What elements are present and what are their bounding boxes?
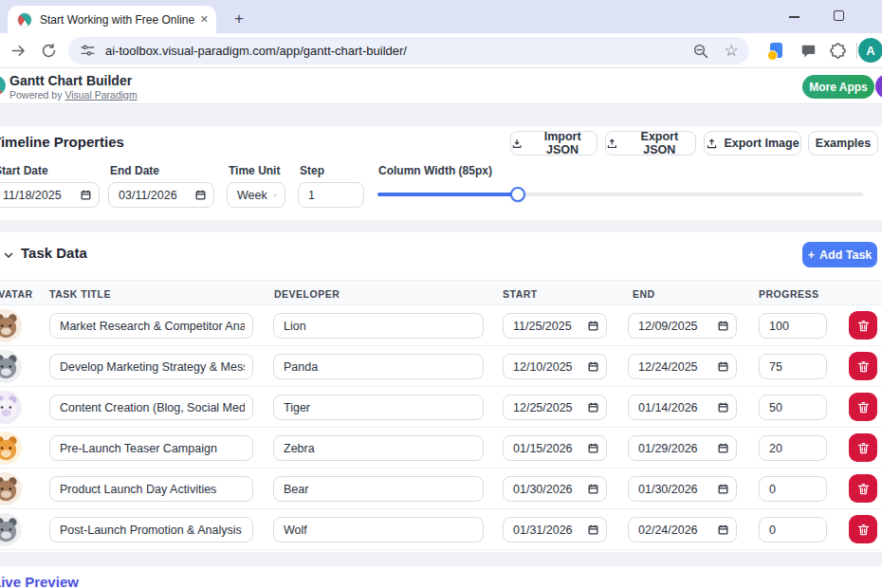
forward-icon[interactable] <box>9 42 28 60</box>
calendar-icon[interactable] <box>717 483 729 495</box>
browser-profile-avatar[interactable]: A <box>858 38 882 63</box>
visual-paradigm-favicon <box>17 12 32 28</box>
progress-input[interactable] <box>759 313 827 339</box>
col-task-title: TASK TITLE <box>49 288 111 300</box>
progress-input[interactable] <box>759 476 827 502</box>
end-date-label: End Date <box>110 164 159 177</box>
delete-task-button[interactable] <box>849 474 877 503</box>
window-minimize-icon[interactable] <box>789 16 799 18</box>
col-end: END <box>633 288 655 300</box>
calendar-icon[interactable] <box>80 189 92 201</box>
task-title-input[interactable] <box>49 476 253 502</box>
calendar-icon[interactable] <box>717 401 729 413</box>
browser-tab[interactable]: Start Working with Free Online ✕ <box>8 6 216 33</box>
task-data-section: Task Data + Add Task AVATAR TASK TITLE D… <box>0 232 882 552</box>
more-apps-button[interactable]: More Apps <box>802 75 874 99</box>
progress-input[interactable] <box>759 354 827 379</box>
trash-icon <box>856 482 871 496</box>
time-unit-select[interactable]: Week <box>227 182 285 208</box>
table-row <box>0 346 882 387</box>
start-date-label: Start Date <box>0 164 48 177</box>
start-date-field <box>503 476 607 502</box>
tab-close-icon[interactable]: ✕ <box>200 14 209 25</box>
calendar-icon[interactable] <box>194 189 207 201</box>
delete-task-button[interactable] <box>849 393 877 421</box>
col-avatar: AVATAR <box>0 288 33 300</box>
download-icon <box>511 138 523 150</box>
export-image-label: Export Image <box>724 137 799 150</box>
new-tab-button[interactable]: + <box>228 8 250 30</box>
delete-task-button[interactable] <box>849 352 877 380</box>
extensions-puzzle-icon[interactable] <box>829 42 847 60</box>
add-task-button[interactable]: + Add Task <box>802 242 877 267</box>
task-title-input[interactable] <box>49 517 253 542</box>
calendar-icon[interactable] <box>587 442 599 454</box>
animal-avatar <box>0 391 22 424</box>
developer-input[interactable] <box>273 476 484 502</box>
start-date-field <box>503 395 607 420</box>
url-field[interactable]: ai-toolbox.visual-paradigm.com/app/gantt… <box>68 37 749 64</box>
task-title-input[interactable] <box>49 354 253 379</box>
import-json-button[interactable]: Import JSON <box>510 131 597 156</box>
export-image-button[interactable]: Export Image <box>704 131 801 156</box>
table-row <box>0 509 882 550</box>
trash-icon <box>856 523 871 537</box>
slider-thumb[interactable] <box>510 187 525 202</box>
task-title-input[interactable] <box>49 313 253 339</box>
delete-task-button[interactable] <box>849 311 877 340</box>
developer-input[interactable] <box>273 435 484 461</box>
developer-input[interactable] <box>273 313 484 339</box>
calendar-icon[interactable] <box>717 360 729 373</box>
trash-icon <box>856 319 871 333</box>
start-date-field <box>503 313 607 339</box>
animal-avatar <box>0 472 22 505</box>
user-avatar[interactable] <box>875 74 882 99</box>
bookmark-star-icon[interactable]: ☆ <box>723 43 740 60</box>
feedback-extension-icon[interactable] <box>800 43 817 59</box>
end-date-field <box>628 313 737 339</box>
visual-paradigm-link[interactable]: Visual Paradigm <box>64 89 137 101</box>
zoom-out-icon[interactable] <box>692 43 709 60</box>
window-maximize-icon[interactable] <box>834 10 844 21</box>
slider-fill <box>377 193 518 196</box>
end-date-field <box>628 354 737 379</box>
task-title-input[interactable] <box>49 395 253 420</box>
table-row <box>0 428 882 469</box>
drive-extension-icon[interactable] <box>770 43 782 58</box>
calendar-icon[interactable] <box>587 320 599 332</box>
calendar-icon[interactable] <box>717 524 729 536</box>
task-title-input[interactable] <box>49 435 253 461</box>
timeline-properties-section: Timeline Properties Import JSON Export J… <box>0 126 882 220</box>
calendar-icon[interactable] <box>587 483 599 495</box>
collapse-chevron-icon[interactable] <box>3 249 14 261</box>
delete-task-button[interactable] <box>849 433 877 462</box>
upload-icon <box>606 138 618 150</box>
developer-input[interactable] <box>273 354 484 379</box>
developer-input[interactable] <box>273 517 484 542</box>
trash-icon <box>856 441 871 455</box>
step-input[interactable] <box>298 182 364 208</box>
delete-task-button[interactable] <box>849 515 877 543</box>
time-unit-label: Time Unit <box>229 164 280 177</box>
site-settings-icon[interactable] <box>80 43 96 59</box>
progress-input[interactable] <box>759 517 827 542</box>
calendar-icon[interactable] <box>717 320 729 332</box>
toolbar-divider <box>856 43 857 59</box>
calendar-icon[interactable] <box>717 442 729 454</box>
animal-avatar <box>0 513 22 546</box>
developer-input[interactable] <box>273 395 484 420</box>
animal-avatar <box>0 309 22 342</box>
calendar-icon[interactable] <box>587 524 599 536</box>
calendar-icon[interactable] <box>587 360 599 373</box>
live-preview-section: Live Preview <box>0 566 882 588</box>
calendar-icon[interactable] <box>587 401 599 413</box>
app-header: Gantt Chart Builder Powered by Visual Pa… <box>0 68 882 104</box>
browser-tab-strip: Start Working with Free Online ✕ + <box>0 0 882 33</box>
column-width-slider[interactable] <box>377 187 863 202</box>
progress-input[interactable] <box>759 435 827 461</box>
examples-button[interactable]: Examples <box>808 131 878 156</box>
reload-icon[interactable] <box>40 42 58 60</box>
export-json-button[interactable]: Export JSON <box>605 131 696 156</box>
progress-input[interactable] <box>759 395 827 420</box>
examples-label: Examples <box>816 137 871 150</box>
